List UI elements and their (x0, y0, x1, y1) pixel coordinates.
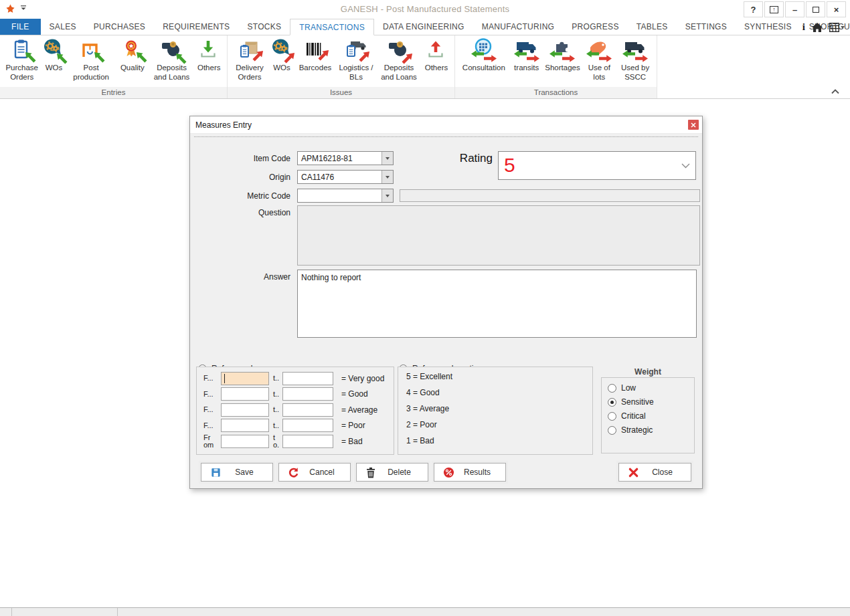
button-consultation[interactable]: Consultation (458, 37, 510, 73)
dropdown-arrow-icon[interactable] (381, 152, 393, 165)
button-transits[interactable]: transits (511, 37, 542, 73)
maximize-button[interactable] (806, 1, 825, 17)
button-wos-issues[interactable]: WOs (270, 37, 293, 73)
range-groupbox: F... t.. = Very good F... t.. = Good (196, 367, 394, 455)
button-deposits-loans-entries[interactable]: Deposits and Loans (151, 37, 193, 82)
calculator-dropdown-icon (841, 26, 845, 29)
weight-strategic-radio[interactable]: Strategic (602, 425, 694, 435)
button-wos-entries[interactable]: WOs (42, 37, 65, 73)
tab-sales[interactable]: SALES (41, 19, 85, 35)
button-quality[interactable]: Quality (117, 37, 148, 73)
ribbon: Purchase Orders WOs Post production (0, 35, 850, 99)
transit-truck-icon (514, 37, 539, 63)
tab-settings[interactable]: SETTINGS (677, 19, 736, 35)
rating-combobox[interactable]: 5 (498, 151, 696, 180)
range-row: F... t.. = Poor (197, 418, 394, 434)
button-logistics-bls[interactable]: Logistics / BLs (337, 37, 375, 82)
weight-critical-radio[interactable]: Critical (602, 411, 694, 421)
minimize-button[interactable]: – (785, 1, 804, 17)
range-row: F... t.. = Average (197, 402, 394, 418)
range-from-input-4[interactable] (221, 419, 269, 432)
deposits-loans-icon (159, 37, 185, 63)
undo-icon (288, 467, 299, 478)
dialog-close-button[interactable] (688, 120, 699, 130)
range-row: F... t.. = Good (197, 387, 394, 403)
tab-stocks[interactable]: STOCKS (238, 19, 290, 35)
range-from-input-3[interactable] (221, 403, 269, 417)
button-used-by-sscc[interactable]: Used by SSCC (616, 37, 654, 82)
lot-tag-icon (586, 37, 612, 63)
range-to-input-3[interactable] (282, 403, 333, 417)
ribbon-group-transactions: Consultation transits (455, 35, 657, 98)
origin-combobox[interactable]: CA11476 (297, 170, 394, 184)
dropdown-arrow-icon[interactable] (381, 189, 393, 202)
range-to-input-1[interactable] (282, 372, 333, 385)
metric-code-label: Metric Code (190, 191, 290, 201)
close-x-icon (628, 467, 639, 478)
ribbon-group-issues: Delivery Orders WOs Barcodes (228, 35, 455, 98)
work-orders-icon (41, 37, 66, 63)
weight-low-radio[interactable]: Low (602, 383, 694, 393)
cancel-button[interactable]: Cancel (278, 463, 351, 482)
collapse-ribbon-icon[interactable] (831, 89, 839, 94)
item-code-label: Item Code (190, 154, 290, 163)
puzzle-piece-icon (549, 37, 575, 63)
status-cell (0, 608, 12, 616)
weight-sensitive-radio[interactable]: Sensitive (602, 397, 694, 407)
help-button[interactable]: ? (744, 1, 763, 17)
tab-file[interactable]: FILE (0, 19, 41, 35)
tab-manufacturing[interactable]: MANUFACTURING (473, 19, 564, 35)
percent-badge-icon (443, 467, 454, 478)
tab-progress[interactable]: PROGRESS (563, 19, 627, 35)
range-from-input-1[interactable] (221, 372, 269, 385)
delete-button[interactable]: Delete (356, 463, 428, 482)
tab-tables[interactable]: TABLES (628, 19, 677, 35)
button-purchase-orders[interactable]: Purchase Orders (5, 37, 39, 82)
close-button[interactable]: Close (618, 463, 691, 482)
save-button[interactable]: Save (201, 463, 273, 482)
legend-item: 2 = Poor (398, 417, 592, 433)
button-post-production[interactable]: Post production (68, 37, 114, 82)
window-controls: ? ↑ – × (744, 1, 846, 17)
button-shortages[interactable]: Shortages (543, 37, 582, 73)
close-window-button[interactable]: × (827, 1, 846, 17)
range-from-input-2[interactable] (221, 387, 269, 401)
pin-button[interactable]: ↑ (764, 1, 784, 17)
range-to-input-2[interactable] (282, 387, 333, 401)
tab-transactions[interactable]: TRANSACTIONS (290, 19, 374, 35)
range-to-input-4[interactable] (282, 419, 333, 432)
tab-purchases[interactable]: PURCHASES (85, 19, 154, 35)
item-code-combobox[interactable]: APM16218-81 (297, 151, 394, 165)
home-icon[interactable] (812, 23, 823, 32)
info-icon[interactable]: i (802, 21, 805, 33)
calculator-menu[interactable] (829, 23, 845, 32)
range-to-input-5[interactable] (282, 435, 333, 448)
consultation-icon (471, 37, 497, 63)
button-deposits-loans-issues[interactable]: Deposits and Loans (378, 37, 420, 82)
tab-synthesis[interactable]: SYNTHESIS (736, 19, 800, 35)
rating-label: Rating (438, 152, 493, 165)
trash-icon (365, 467, 376, 478)
range-row: F... t.. = Very good (197, 371, 394, 387)
metric-code-combobox[interactable] (297, 189, 394, 203)
pin-icon: ↑ (770, 6, 778, 13)
work-orders-icon (269, 37, 294, 63)
answer-textarea[interactable]: Nothing to report (297, 270, 697, 338)
radio-circle (608, 384, 616, 393)
titlebar: GANESH - Post Manufactured Statements ? … (0, 0, 850, 19)
results-button[interactable]: Results (434, 463, 506, 482)
radio-circle (608, 426, 616, 435)
button-use-of-lots[interactable]: Use of lots (583, 37, 615, 82)
metric-description-field (400, 189, 700, 202)
save-icon (210, 467, 222, 478)
button-others-issues[interactable]: Others (423, 37, 450, 73)
tab-requirements[interactable]: REQUIREMENTS (154, 19, 238, 35)
dropdown-arrow-icon[interactable] (381, 171, 393, 183)
button-others-entries[interactable]: Others (195, 37, 222, 73)
download-arrow-icon (196, 37, 222, 63)
tab-data-engineering[interactable]: DATA ENGINEERING (374, 19, 473, 35)
range-from-input-5[interactable] (221, 435, 269, 448)
button-delivery-orders[interactable]: Delivery Orders (232, 37, 267, 82)
button-barcodes[interactable]: Barcodes (296, 37, 334, 73)
radio-circle (608, 412, 616, 421)
